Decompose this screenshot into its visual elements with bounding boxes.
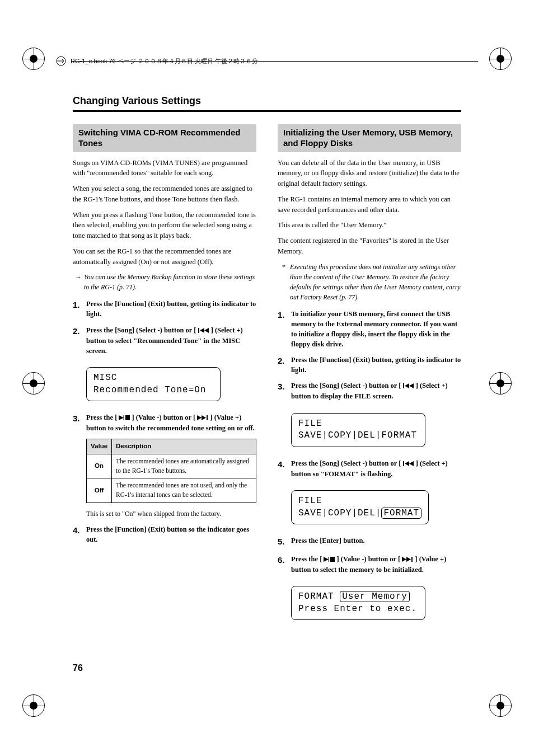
step-text: Press the [Song] (Select -) button or [ … <box>291 458 461 479</box>
reg-mark-icon <box>489 48 512 70</box>
step-text: Press the [Song] (Select -) button or [ … <box>86 325 256 356</box>
table-desc: The recommended tones are automatically … <box>112 454 256 478</box>
reg-mark-icon <box>489 694 512 717</box>
table-header-desc: Description <box>112 439 256 454</box>
svg-rect-22 <box>411 557 413 562</box>
step-text-b: ] (Value -) button or [ <box>130 414 197 421</box>
svg-marker-9 <box>202 415 206 420</box>
page-number: 76 <box>73 663 83 673</box>
step-number: 3. <box>278 381 291 401</box>
step-number: 1. <box>278 309 291 350</box>
prev-track-icon <box>403 459 414 469</box>
section-rule <box>73 110 461 112</box>
step-text-b: ] (Value -) button or [ <box>335 555 402 563</box>
left-note1: You can use the Memory Backup function t… <box>73 272 256 292</box>
right-step-4: 4. Press the [Song] (Select -) button or… <box>278 458 461 479</box>
step-number: 2. <box>73 325 86 356</box>
lcd-highlight-format: FORMAT <box>381 508 421 519</box>
reg-mark-icon <box>489 372 512 395</box>
reg-mark-icon <box>22 372 45 395</box>
left-step-4: 4. Press the [Function] (Exit) button so… <box>73 524 256 544</box>
table-value: Off <box>87 478 112 503</box>
svg-marker-15 <box>405 461 409 466</box>
svg-marker-17 <box>324 557 329 562</box>
step-text: To initialize your USB memory, first con… <box>291 309 461 350</box>
svg-marker-20 <box>402 557 406 562</box>
right-p4: The content registered in the "Favorites… <box>278 236 461 257</box>
reg-mark-icon <box>22 694 45 717</box>
step-text: Press the [ ] (Value -) button or [ ] (V… <box>86 412 256 433</box>
reg-mark-icon <box>22 48 45 70</box>
table-value: On <box>87 454 112 478</box>
next-track-icon <box>402 555 413 565</box>
svg-rect-10 <box>207 415 208 420</box>
lcd-display: FILE SAVE|COPY|DEL|FORMAT <box>291 413 425 447</box>
lcd-line-2: Recommended Tone=On <box>93 384 213 397</box>
step-text: Press the [ ] (Value -) button or [ ] (V… <box>291 554 461 575</box>
step-text-a: Press the [Song] (Select -) button or [ <box>86 326 198 334</box>
svg-rect-11 <box>403 383 404 388</box>
step-number: 1. <box>73 299 86 319</box>
lcd-line-1: FILE <box>298 418 418 430</box>
right-step-5: 5. Press the [Enter] button. <box>278 536 461 548</box>
svg-marker-8 <box>197 415 202 420</box>
svg-marker-13 <box>409 383 414 388</box>
svg-marker-5 <box>119 415 124 420</box>
step-text: Press the [Song] (Select -) button or [ … <box>291 381 461 401</box>
left-p4: You can set the RG-1 so that the recomme… <box>73 246 256 267</box>
step-text-a: Press the [Song] (Select -) button or [ <box>291 382 403 389</box>
left-heading: Switching VIMA CD-ROM Recommended Tones <box>73 124 256 152</box>
factory-note: This is set to "On" when shipped from th… <box>73 509 256 519</box>
step-text: Press the [Function] (Exit) button, gett… <box>291 355 461 375</box>
lcd-line-2: SAVE|COPY|DEL|FORMAT <box>298 508 421 520</box>
step-text-a: Press the [Song] (Select -) button or [ <box>291 459 403 467</box>
lcd-display: MISC Recommended Tone=On <box>86 367 221 401</box>
svg-marker-12 <box>405 383 409 388</box>
step-text: Press the [Function] (Exit) button, gett… <box>86 299 256 319</box>
step-number: 4. <box>73 524 86 544</box>
lcd-text: SAVE|COPY|DEL| <box>298 508 381 518</box>
svg-rect-14 <box>403 461 404 466</box>
play-stop-icon <box>119 413 130 423</box>
right-heading: Initializing the User Memory, USB Memory… <box>278 124 461 152</box>
step-text: Press the [Function] (Exit) button so th… <box>86 524 256 544</box>
lcd-display: FILE SAVE|COPY|DEL|FORMAT <box>291 490 429 524</box>
left-step-1: 1. Press the [Function] (Exit) button, g… <box>73 299 256 319</box>
table-row: On The recommended tones are automatical… <box>87 454 256 478</box>
svg-rect-2 <box>198 328 199 333</box>
step-text: Press the [Enter] button. <box>291 536 461 548</box>
right-step-2: 2. Press the [Function] (Exit) button, g… <box>278 355 461 375</box>
left-step-3: 3. Press the [ ] (Value -) button or [ ]… <box>73 412 256 433</box>
left-p2: When you select a song, the recommended … <box>73 184 256 205</box>
header-rule <box>72 61 478 62</box>
section-title: Changing Various Settings <box>73 95 461 107</box>
right-step-6: 6. Press the [ ] (Value -) button or [ ]… <box>278 554 461 575</box>
right-p3: This area is called the "User Memory." <box>278 220 461 231</box>
table-row: Off The recommended tones are not used, … <box>87 478 256 503</box>
prev-track-icon <box>403 381 414 391</box>
svg-marker-21 <box>406 557 411 562</box>
next-track-icon <box>197 413 208 423</box>
left-p1: Songs on VIMA CD-ROMs (VIMA TUNES) are p… <box>73 158 256 179</box>
lcd-line-2: SAVE|COPY|DEL|FORMAT <box>298 430 418 442</box>
lcd-display: FORMAT User Memory Press Enter to exec. <box>291 586 425 620</box>
play-stop-icon <box>324 555 335 565</box>
lcd-line-2: Press Enter to exec. <box>298 603 418 616</box>
svg-marker-3 <box>200 328 204 333</box>
lcd-line-1: FILE <box>298 495 421 508</box>
right-column: Initializing the User Memory, USB Memory… <box>278 124 461 626</box>
prev-track-icon <box>198 326 209 336</box>
step-number: 3. <box>73 412 86 433</box>
right-note1: Executing this procedure does not initia… <box>278 262 461 302</box>
value-table: Value Description On The recommended ton… <box>86 439 256 503</box>
step-number: 6. <box>278 554 291 575</box>
left-p3: When you press a flashing Tone button, t… <box>73 210 256 241</box>
header-arrow-icon <box>56 56 66 66</box>
right-p2: The RG-1 contains an internal memory are… <box>278 194 461 215</box>
left-step-2: 2. Press the [Song] (Select -) button or… <box>73 325 256 356</box>
step-number: 4. <box>278 458 291 479</box>
step-text-a: Press the [ <box>291 555 324 563</box>
step-text-a: Press the [ <box>86 414 119 421</box>
step-number: 2. <box>278 355 291 375</box>
right-step-1: 1. To initialize your USB memory, first … <box>278 309 461 350</box>
